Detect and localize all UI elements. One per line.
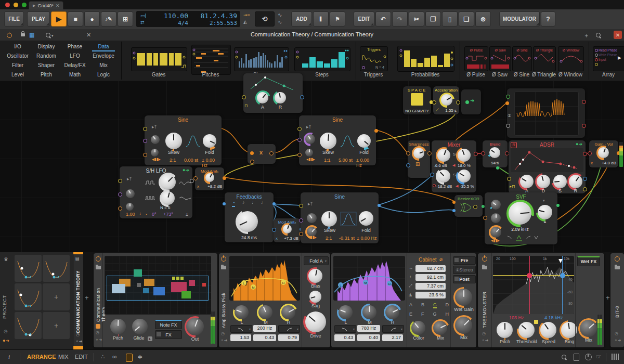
feedbacks-value[interactable]: 24.8 ms xyxy=(225,235,274,240)
svf-in-gain-knob[interactable] xyxy=(491,200,501,210)
accel-out-port[interactable] xyxy=(456,100,460,105)
shlfo-amp-port[interactable] xyxy=(118,206,122,211)
module-sine-3[interactable]: Sine ▸† Skew Fold ◂▮▮▸ xyxy=(301,192,379,243)
polygrid-clock-icon[interactable]: ◷ xyxy=(96,330,99,335)
module-beelzexor[interactable]: BeelzeXOR xyxy=(454,195,483,217)
cab-highcurve-select[interactable]: ▾ xyxy=(382,325,404,333)
category-display[interactable]: Display xyxy=(32,44,61,49)
category-data[interactable]: Data xyxy=(89,44,118,49)
shlfo-shift-value[interactable]: +73° xyxy=(163,212,173,217)
add-menu-button[interactable]: ADD xyxy=(291,11,312,27)
cab-letter-d[interactable]: D xyxy=(445,302,449,308)
position-bars-value[interactable]: 81.2.4.39 xyxy=(191,12,237,20)
category-filter[interactable]: Filter xyxy=(3,62,32,68)
fold-bias-knob[interactable] xyxy=(308,269,322,283)
mixer-mod-port[interactable] xyxy=(433,184,436,187)
module-gain-vol[interactable]: Gain - Vol x +4.0 dB xyxy=(589,140,618,167)
blend-mod-port[interactable] xyxy=(496,166,499,170)
palette-module-phase-saw[interactable]: Ø Saw xyxy=(489,46,511,71)
scope-channel-toggle[interactable]: ① xyxy=(508,113,511,118)
fold-drive-knob[interactable] xyxy=(305,311,326,332)
sine3-semitones[interactable]: -0.31 st xyxy=(339,236,355,241)
cab-h-knob[interactable] xyxy=(385,305,399,319)
cab-letter-e[interactable]: E xyxy=(409,311,412,317)
cabinet-color-knob[interactable] xyxy=(411,321,425,335)
modulator-cell-4[interactable] xyxy=(15,312,42,339)
io-pill-icon[interactable]: ●➜ xyxy=(3,338,9,343)
shlfo-rate-knob[interactable] xyxy=(160,174,176,190)
scope-out-1[interactable] xyxy=(582,100,586,104)
tempo-position-display[interactable]: ▭| ⇄ 110.00 4/4 81.2.4.39 2:55.553 xyxy=(136,11,240,27)
bit8-preset-icon[interactable] xyxy=(615,266,620,269)
category-math[interactable]: Math xyxy=(60,72,89,77)
svf-out-port[interactable] xyxy=(556,204,560,207)
svf-filter-type-icons[interactable] xyxy=(506,234,540,241)
polygrid-fx-button[interactable]: FX xyxy=(155,330,182,339)
sine1-fm-knob[interactable] xyxy=(151,149,159,157)
modamt1-knob[interactable] xyxy=(205,173,214,182)
amp-power-icon[interactable] xyxy=(221,256,226,262)
scope-out-2[interactable] xyxy=(582,124,586,128)
modamt1-in-port[interactable] xyxy=(193,176,198,180)
module-mixer[interactable]: Mixer S -6.6 dB ◀ 18.0 % S xyxy=(432,140,476,192)
sine1-detune[interactable]: ± 0.00 Hz xyxy=(202,158,222,168)
polygrid-pitch-knob[interactable] xyxy=(110,319,126,334)
track-tab[interactable]: ▤ COMMUNICATION THEORY ◷ ⚬➜ xyxy=(73,252,83,349)
sine3-ratio[interactable]: 2:1 xyxy=(326,236,332,241)
shlfo-bipolar-toggle[interactable]: ± xyxy=(186,212,188,217)
palette-module-phase-sine[interactable]: Ø Sine xyxy=(512,46,532,71)
module-multiply[interactable]: x xyxy=(248,144,276,164)
metronome-icon[interactable]: ◭ xyxy=(243,19,247,24)
delete-button[interactable]: ⊗ xyxy=(475,11,491,27)
sine1-fold-knob[interactable] xyxy=(203,134,216,148)
bit8-io-icon[interactable]: ⚬➜ xyxy=(614,338,621,343)
gainvol-in-port[interactable] xyxy=(588,151,592,155)
device-panel-toggle[interactable] xyxy=(126,354,133,362)
close-tab-icon[interactable]: ✕ xyxy=(56,3,60,8)
adsr-s-knob[interactable] xyxy=(553,175,567,188)
sine3-phase-port[interactable] xyxy=(299,204,303,208)
mult-out-port[interactable] xyxy=(269,151,274,155)
play-button[interactable]: ▶ xyxy=(51,11,67,27)
add-device-left-button[interactable]: + xyxy=(85,294,89,302)
zoom-icon[interactable] xyxy=(596,33,601,37)
mute1-icon[interactable]: ◀ xyxy=(452,163,455,167)
palette-module-gates[interactable] xyxy=(131,47,187,71)
cab-height-field[interactable]: 92.1 cm xyxy=(415,274,446,281)
palette-module-pitches[interactable] xyxy=(191,45,231,75)
pre-button[interactable]: Pre xyxy=(453,256,476,265)
grid-canvas[interactable]: A R ⊓ Sine ▸† Skew xyxy=(0,81,624,252)
cab-depth-field[interactable]: 7.37 cm xyxy=(415,283,446,290)
scope-port-3[interactable] xyxy=(506,124,510,128)
amp-h-value[interactable]: 0.79 xyxy=(278,334,299,341)
mixer-panel-toggle[interactable]: ≑ xyxy=(137,353,142,360)
add-view-icon[interactable]: ＋ xyxy=(583,32,589,40)
svf-cutoff-value[interactable]: 2.09 kHz xyxy=(505,227,535,232)
amp-io-icon[interactable]: ⚬➜ xyxy=(220,338,227,343)
blend-knob[interactable] xyxy=(489,147,500,158)
fx-toggle[interactable] xyxy=(157,332,161,336)
amp-l-knob[interactable] xyxy=(235,305,249,319)
post-button[interactable]: Post xyxy=(453,275,476,283)
module-blend[interactable]: Blend 94:6 xyxy=(483,140,508,167)
keyboard-icon[interactable]: ◂▮▮▸ xyxy=(306,157,315,162)
add-modulator-button[interactable]: + xyxy=(43,283,70,310)
mixer-pan1-value[interactable]: 18.0 % xyxy=(458,163,471,168)
position-time-value[interactable]: 2:55.553 xyxy=(191,20,237,27)
maximize-window-button[interactable] xyxy=(22,3,27,7)
cab-m-value[interactable]: 0.40 xyxy=(357,334,380,341)
sharpness-in-port[interactable] xyxy=(406,151,410,155)
sharpness-knob[interactable] xyxy=(413,148,424,159)
palette-module-steps[interactable] xyxy=(294,47,350,71)
amp-crossover-field[interactable]: 200 Hz xyxy=(253,325,276,332)
amp-l-value[interactable]: 1.53 xyxy=(230,334,251,341)
modamt2-value[interactable]: +7.3 dB xyxy=(284,236,298,241)
tree-io-icon[interactable]: ⚬➜ xyxy=(482,338,488,343)
feedbacks-out-port[interactable] xyxy=(272,202,276,205)
modulator-menu-button[interactable]: MODULATOR xyxy=(499,11,540,27)
sine2-phase-port[interactable] xyxy=(297,127,302,131)
blend-value[interactable]: 94:6 xyxy=(483,161,508,165)
palette-module-phase-window[interactable]: Ø Window xyxy=(558,46,584,71)
cab-m-knob[interactable] xyxy=(362,305,376,319)
minimize-window-button[interactable] xyxy=(14,3,18,7)
